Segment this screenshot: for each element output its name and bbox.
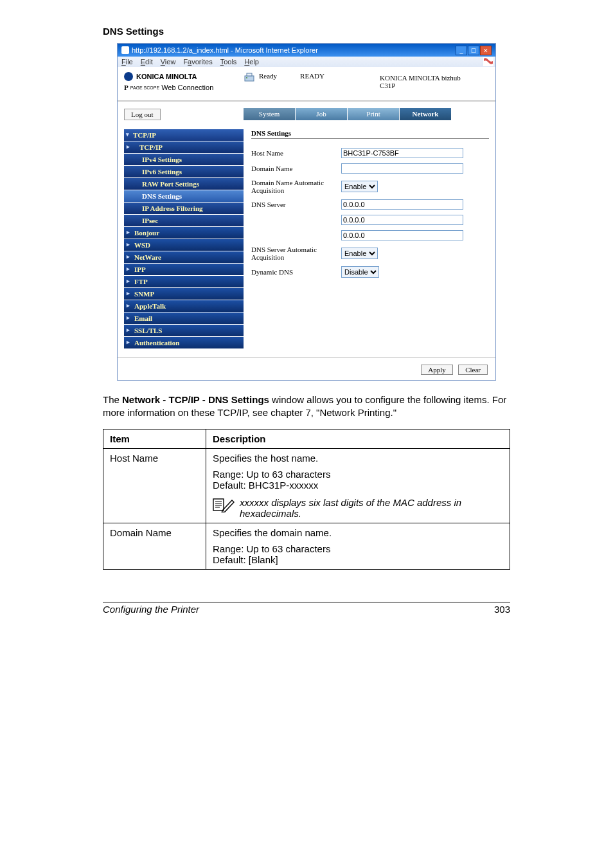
sidebar-item-ipv6[interactable]: IPv6 Settings <box>124 166 244 177</box>
table-cell-desc: Specifies the domain name. Range: Up to … <box>206 523 510 569</box>
brand-title: KONICA MINOLTA <box>124 72 244 81</box>
section-title: DNS Settings <box>103 26 574 37</box>
dns-server-label: DNS Server <box>251 201 341 208</box>
svg-rect-4 <box>213 499 224 511</box>
page-number: 303 <box>494 604 510 615</box>
menu-edit[interactable]: Edit <box>141 58 153 66</box>
table-row: Host Name Specifies the host name. Range… <box>103 448 510 523</box>
domain-name-input[interactable] <box>341 163 463 174</box>
dyndns-label: Dynamic DNS <box>251 268 341 276</box>
table-cell-desc: Specifies the host name. Range: Up to 63… <box>206 448 510 523</box>
content-panel: DNS Settings Host Name Domain Name Domai… <box>244 129 489 348</box>
table-cell-item: Domain Name <box>103 523 206 569</box>
sidebar-item-ipv4[interactable]: IPv4 Settings <box>124 154 244 165</box>
status-block: Ready READY <box>244 72 380 91</box>
sidebar: TCP/IP TCP/IP IPv4 Settings IPv6 Setting… <box>124 129 244 348</box>
model-name: KONICA MINOLTA bizhub C31P <box>380 72 489 91</box>
tab-print[interactable]: Print <box>348 108 399 120</box>
sidebar-item-appletalk[interactable]: AppleTalk <box>124 300 244 312</box>
menu-favorites[interactable]: Favorites <box>183 58 212 66</box>
tab-system[interactable]: System <box>244 108 295 120</box>
tab-job[interactable]: Job <box>296 108 347 120</box>
description-table: Item Description Host Name Specifies the… <box>103 429 510 570</box>
description-paragraph: The Network - TCP/IP - DNS Settings wind… <box>103 393 510 420</box>
apply-button[interactable]: Apply <box>421 365 453 375</box>
svg-rect-1 <box>245 76 254 81</box>
sidebar-item-wsd[interactable]: WSD <box>124 239 244 251</box>
sidebar-item-tcpip[interactable]: TCP/IP <box>124 129 244 141</box>
ie-logo-icon <box>483 57 493 66</box>
panel-title: DNS Settings <box>251 129 489 139</box>
domain-auto-select[interactable]: Enable <box>341 181 378 192</box>
dns-auto-label: DNS Server Automatic Acquisition <box>251 246 341 261</box>
printer-icon <box>244 72 255 82</box>
main-tabs: System Job Print Network <box>244 108 451 120</box>
sidebar-item-auth[interactable]: Authentication <box>124 337 244 348</box>
sidebar-item-snmp[interactable]: SNMP <box>124 288 244 300</box>
tab-network[interactable]: Network <box>400 108 451 120</box>
page-header: KONICA MINOLTA PPAGE SCOPE Web Connectio… <box>118 67 495 102</box>
description-bold: Network - TCP/IP - DNS Settings <box>122 394 269 405</box>
table-cell-item: Host Name <box>103 448 206 523</box>
sidebar-item-ipsec[interactable]: IPsec <box>124 215 244 226</box>
sidebar-item-email[interactable]: Email <box>124 312 244 324</box>
browser-title: http://192.168.1.2/a_index.html - Micros… <box>132 46 318 54</box>
menu-help[interactable]: Help <box>244 58 259 66</box>
sidebar-item-ipfilter[interactable]: IP Address Filtering <box>124 203 244 214</box>
domain-auto-label: Domain Name Automatic Acquisition <box>251 179 341 194</box>
ie-app-icon <box>121 46 129 54</box>
sidebar-item-tcpip-sub[interactable]: TCP/IP <box>124 141 244 153</box>
page-footer: Configuring the Printer 303 <box>103 602 510 615</box>
minimize-button[interactable]: _ <box>456 46 467 55</box>
webconnection-title: PPAGE SCOPE Web Connection <box>124 84 244 91</box>
screenshot-container: http://192.168.1.2/a_index.html - Micros… <box>117 43 496 381</box>
sidebar-item-ipp[interactable]: IPP <box>124 264 244 275</box>
table-header-item: Item <box>103 429 206 448</box>
footer-title: Configuring the Printer <box>103 604 199 615</box>
dns-server-1-input[interactable] <box>341 199 463 210</box>
domain-name-label: Domain Name <box>251 165 341 172</box>
dns-server-3-input[interactable] <box>341 230 463 240</box>
sidebar-item-raw[interactable]: RAW Port Settings <box>124 178 244 190</box>
sidebar-item-ftp[interactable]: FTP <box>124 276 244 287</box>
host-name-label: Host Name <box>251 149 341 157</box>
dyndns-select[interactable]: Disable <box>341 266 379 278</box>
clear-button[interactable]: Clear <box>458 365 488 375</box>
host-name-input[interactable] <box>341 148 463 158</box>
dns-auto-select[interactable]: Enable <box>341 248 378 259</box>
svg-point-3 <box>246 77 247 78</box>
logout-button[interactable]: Log out <box>124 109 161 120</box>
menu-file[interactable]: File <box>121 58 133 66</box>
ie-titlebar: http://192.168.1.2/a_index.html - Micros… <box>118 44 495 57</box>
note-icon <box>213 497 235 512</box>
button-row: Apply Clear <box>118 357 495 380</box>
table-row: Domain Name Specifies the domain name. R… <box>103 523 510 569</box>
sidebar-item-dns[interactable]: DNS Settings <box>124 190 244 202</box>
sidebar-item-bonjour[interactable]: Bonjour <box>124 227 244 239</box>
menu-view[interactable]: View <box>161 58 176 66</box>
table-header-description: Description <box>206 429 510 448</box>
nav-row: Log out System Job Print Network <box>118 102 495 127</box>
maximize-button[interactable]: ☐ <box>468 46 479 55</box>
svg-rect-2 <box>247 73 252 76</box>
sidebar-item-ssltls[interactable]: SSL/TLS <box>124 325 244 336</box>
ie-menubar: File Edit View Favorites Tools Help <box>118 57 495 67</box>
close-button[interactable]: ✕ <box>480 46 492 55</box>
brand-globe-icon <box>124 72 133 81</box>
window-buttons: _ ☐ ✕ <box>456 46 492 55</box>
menu-tools[interactable]: Tools <box>220 58 237 66</box>
sidebar-item-netware[interactable]: NetWare <box>124 251 244 263</box>
dns-server-2-input[interactable] <box>341 215 463 225</box>
